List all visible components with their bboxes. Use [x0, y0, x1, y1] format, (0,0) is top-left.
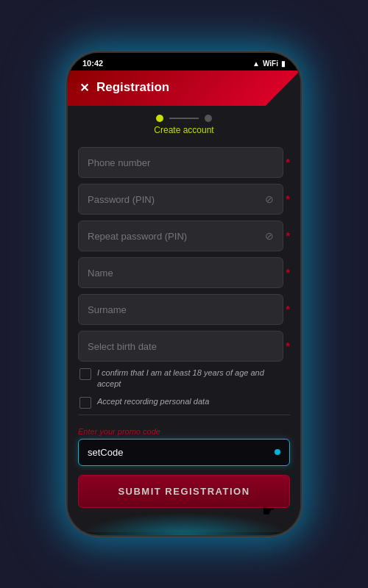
- status-icons: ▲ WiFi ▮: [252, 60, 286, 68]
- promo-section: Enter your promo code: [68, 427, 300, 466]
- birth-date-picker[interactable]: Select birth date: [78, 331, 283, 362]
- time: 10:42: [82, 59, 103, 68]
- phone-frame: 10:42 ▲ WiFi ▮ ✕ Registration Create acc…: [66, 51, 302, 537]
- battery-icon: ▮: [281, 60, 286, 68]
- phone-required-star: *: [286, 157, 290, 168]
- age-confirm-row: I confirm that I am at least 18 years of…: [78, 368, 290, 390]
- promo-input-wrapper[interactable]: [78, 439, 290, 466]
- progress-label: Create account: [154, 125, 213, 135]
- surname-input[interactable]: [88, 304, 274, 315]
- progress-section: Create account: [68, 106, 300, 141]
- data-recording-row: Accept recording personal data: [78, 396, 290, 409]
- data-recording-checkbox[interactable]: [79, 397, 91, 409]
- screen: ✕ Registration Create account *: [68, 71, 300, 532]
- surname-required-star: *: [286, 304, 290, 315]
- divider: [78, 415, 290, 415]
- password-required-star: *: [286, 193, 290, 205]
- password-input[interactable]: [88, 194, 265, 205]
- password-field-row: ⊘ *: [78, 184, 290, 215]
- repeat-password-eye-icon[interactable]: ⊘: [265, 230, 274, 242]
- phone-input[interactable]: [88, 157, 274, 168]
- step-2-dot: [205, 115, 212, 122]
- promo-label: Enter your promo code: [78, 427, 290, 436]
- birth-date-placeholder: Select birth date: [88, 341, 157, 352]
- password-input-wrapper[interactable]: ⊘: [78, 184, 283, 215]
- form-section: * ⊘ * ⊘ *: [68, 141, 300, 427]
- name-required-star: *: [286, 267, 290, 279]
- birth-date-field-row: Select birth date *: [78, 331, 290, 362]
- signal-icon: ▲: [252, 60, 260, 68]
- data-recording-label: Accept recording personal data: [97, 396, 209, 407]
- promo-input[interactable]: [88, 447, 275, 458]
- name-field-row: *: [78, 257, 290, 288]
- repeat-password-input-wrapper[interactable]: ⊘: [78, 220, 283, 251]
- close-button[interactable]: ✕: [79, 81, 89, 95]
- submit-button[interactable]: SUBMIT REGISTRATION: [78, 475, 290, 508]
- status-bar: 10:42 ▲ WiFi ▮: [68, 53, 300, 71]
- surname-field-row: *: [78, 294, 290, 325]
- password-eye-icon[interactable]: ⊘: [265, 193, 274, 205]
- header: ✕ Registration: [68, 71, 300, 106]
- name-input-wrapper[interactable]: [78, 257, 283, 288]
- surname-input-wrapper[interactable]: [78, 294, 283, 325]
- phone-field-row: *: [78, 147, 290, 178]
- phone-input-wrapper[interactable]: [78, 147, 283, 178]
- age-confirm-checkbox[interactable]: [79, 368, 91, 380]
- age-confirm-label: I confirm that I am at least 18 years of…: [97, 368, 289, 390]
- promo-field-row: [78, 439, 290, 466]
- page-title: Registration: [96, 80, 169, 95]
- promo-indicator: [275, 449, 280, 455]
- step-1-dot: [156, 115, 163, 122]
- submit-section: SUBMIT REGISTRATION ☛: [68, 466, 300, 531]
- name-input[interactable]: [88, 268, 274, 279]
- repeat-password-field-row: ⊘ *: [78, 220, 290, 251]
- progress-line: [169, 118, 199, 119]
- progress-dots: [156, 115, 212, 122]
- wifi-icon: WiFi: [263, 60, 278, 68]
- birth-date-required-star: *: [286, 340, 290, 352]
- repeat-password-required-star: *: [286, 230, 290, 242]
- repeat-password-input[interactable]: [88, 231, 265, 242]
